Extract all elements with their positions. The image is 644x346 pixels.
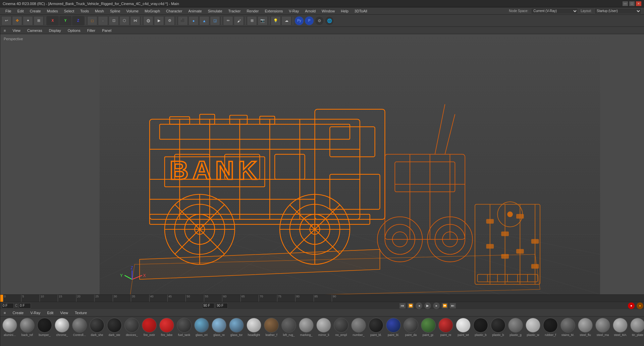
material-item[interactable]: glass_re [211,318,227,337]
menu-mesh[interactable]: Mesh [92,8,107,14]
material-item[interactable]: back_ref [19,318,35,337]
menu-animate[interactable]: Animate [185,8,204,14]
material-item[interactable]: paint_wt [455,318,471,337]
mat-menu-create[interactable]: Create [10,310,25,315]
menu-volume[interactable]: Volume [124,8,142,14]
timeline-ruler[interactable]: 051015202530354045505560657075808590 [0,294,644,302]
camera-button[interactable]: 📷 [258,16,268,25]
prev-frame-button[interactable]: ⏪ [407,303,414,309]
material-item[interactable]: paint_bl. [368,318,384,337]
render-button[interactable]: ⚙ [165,16,175,25]
material-item[interactable]: chrome_ [54,318,70,337]
frame-display-input[interactable] [19,303,31,308]
mat-menu-edit[interactable]: Edit [45,310,55,315]
play-forward-alt-button[interactable]: ▸ [433,302,440,309]
material-item[interactable]: bumper_ [37,318,53,337]
frame-end2-input[interactable] [216,303,228,308]
vp-menu-hamburger[interactable]: ≡ [2,28,8,33]
play-forward-button[interactable]: ▶ [424,302,431,309]
py-button[interactable]: Py [294,16,304,25]
goto-start-button[interactable]: ⏮ [399,303,406,309]
render-settings-button[interactable]: ⚙ [143,16,153,25]
material-item[interactable]: headlight [246,318,262,337]
material-item[interactable]: alumini... [2,318,18,337]
mat-menu-vray[interactable]: V-Ray [28,310,42,315]
material-item[interactable]: left_rug_ [281,318,297,337]
material-item[interactable]: glass_tor [228,318,245,337]
settings-icon-button[interactable]: ⚙ [315,16,324,25]
material-item[interactable]: tin_plate [630,318,644,337]
material-item[interactable]: stains_M. [560,318,576,337]
vp-menu-filter[interactable]: Filter [85,28,97,33]
material-item[interactable]: marking_ [298,318,314,337]
vp-menu-cameras[interactable]: Cameras [25,28,44,33]
sky-button[interactable]: ☁ [281,16,291,25]
node-space-select[interactable]: Current (V-Ray) [531,8,578,14]
y-axis-button[interactable]: Y [59,16,71,25]
material-item[interactable]: no_empl [333,318,349,337]
object-mode-button[interactable]: □ [87,16,97,25]
menu-render[interactable]: Render [244,8,261,14]
viewport[interactable]: Perspective Default Camera.* Grid Spacin… [0,34,644,294]
grid-button[interactable]: ⊞ [247,16,257,25]
material-item[interactable]: dark_she [89,318,105,337]
menu-edit[interactable]: Edit [15,8,26,14]
menu-simulate[interactable]: Simulate [205,8,225,14]
material-item[interactable]: paint_bl. [385,318,401,337]
edge-mode-button[interactable]: ⊡ [109,16,119,25]
x-axis-button[interactable]: X [47,16,59,25]
record-alt-button[interactable]: ● [636,302,644,309]
material-item[interactable]: mirror_li [316,318,332,337]
record-button[interactable]: ● [628,302,635,309]
light-button[interactable]: 💡 [271,16,281,25]
select-tool-button[interactable]: ✥ [12,16,22,25]
material-item[interactable]: fire_extir [141,318,157,337]
menu-vray[interactable]: V-Ray [286,8,302,14]
material-item[interactable]: paint_gr. [420,318,436,337]
close-button[interactable]: ✕ [636,1,641,6]
material-item[interactable]: plastic_w [525,318,541,337]
layout-select[interactable]: Startup (User) [594,8,641,14]
menu-modes[interactable]: Modes [44,8,61,14]
minimize-button[interactable]: — [623,1,628,6]
vp-menu-options[interactable]: Options [66,28,83,33]
mat-menu-hamburger[interactable]: ≡ [2,310,8,315]
material-item[interactable]: fuel_tank [176,318,192,337]
material-item[interactable]: devices_ [124,318,140,337]
render-view-button[interactable]: ▶ [154,16,164,25]
sphere-button[interactable]: ● [189,16,199,25]
menu-arnold[interactable]: Arnold [302,8,318,14]
frame-current-input[interactable] [2,303,14,308]
material-item[interactable]: rubber_f [542,318,558,337]
py-alt-button[interactable]: P [305,16,314,25]
move-tool-button[interactable]: ✦ [23,16,33,25]
menu-file[interactable]: File [3,8,14,14]
vp-menu-display[interactable]: Display [47,28,63,33]
vp-menu-panel[interactable]: Panel [100,28,113,33]
maximize-button[interactable]: □ [629,1,635,6]
material-item[interactable]: Controll... [71,318,88,337]
scale-tool-button[interactable]: ⊞ [34,16,44,25]
menu-tools[interactable]: Tools [77,8,92,14]
material-item[interactable]: steel_ma [595,318,611,337]
pen-tool-button[interactable]: ✏ [223,16,233,25]
material-item[interactable]: leather_f [263,318,279,337]
play-back-button[interactable]: ◂ [415,302,423,309]
material-item[interactable]: steel_MA [612,318,628,337]
material-item[interactable]: dark_ste [106,318,122,337]
material-item[interactable]: plastic_b [473,318,489,337]
menu-3dtoall[interactable]: 3DToAll [352,8,370,14]
material-item[interactable]: glass_ori [194,318,210,337]
globe-button[interactable]: 🌐 [325,16,334,25]
undo-button[interactable]: ↩ [1,16,11,25]
menu-mograph[interactable]: MoGraph [142,8,163,14]
vp-menu-view[interactable]: View [10,28,22,33]
menu-help[interactable]: Help [338,8,351,14]
uv-mode-button[interactable]: ⋈ [130,16,140,25]
menu-spline[interactable]: Spline [107,8,123,14]
mat-menu-texture[interactable]: Texture [73,310,89,315]
menu-tracker[interactable]: Tracker [226,8,244,14]
polygon-mode-button[interactable]: ⬡ [119,16,129,25]
frame-end-input[interactable] [202,303,214,308]
menu-window[interactable]: Window [319,8,337,14]
